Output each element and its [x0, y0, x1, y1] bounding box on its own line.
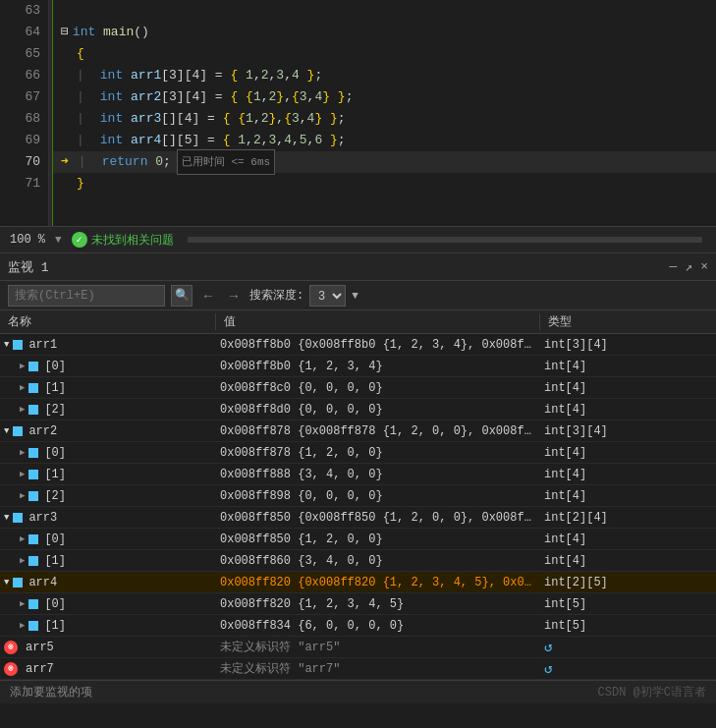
arr4-1-name: [1]	[44, 619, 66, 633]
line-num-67: 67	[8, 86, 40, 108]
watch-row-arr1-2[interactable]: ▶ [2] 0x008ff8d0 {0, 0, 0, 0} int[4]	[0, 399, 716, 420]
watch-table-body: ▼ arr1 0x008ff8b0 {0x008ff8b0 {1, 2, 3, …	[0, 334, 716, 680]
watch-row-arr1-0[interactable]: ▶ [0] 0x008ff8b0 {1, 2, 3, 4} int[4]	[0, 356, 716, 377]
arr1-0-cube-icon	[28, 362, 38, 371]
indent-guide-67a: |	[77, 86, 84, 108]
keyword-int-68: int	[100, 108, 123, 130]
arr3-1-value: 0x008ff860 {3, 4, 0, 0}	[216, 554, 540, 568]
arr3-1-name-cell: ▶ [1]	[0, 554, 216, 568]
watch-row-arr3-1[interactable]: ▶ [1] 0x008ff860 {3, 4, 0, 0} int[4]	[0, 550, 716, 572]
arr1-2-name: [2]	[44, 403, 66, 417]
arr2-name: arr2	[28, 424, 57, 438]
arr7-refresh-icon[interactable]: ↺	[540, 660, 716, 677]
arr1-1-name-cell: ▶ [1]	[0, 381, 216, 395]
arr1-1-name: [1]	[44, 381, 66, 395]
time-hint: 已用时间 <= 6ms	[177, 149, 275, 175]
arr3-cube-icon	[13, 513, 23, 523]
keyword-return-70: return	[102, 151, 148, 173]
status-text: 未找到相关问题	[91, 232, 174, 249]
col-name-header: 名称	[0, 313, 216, 330]
watch-row-arr5[interactable]: ⊗ arr5 未定义标识符 "arr5" ↺	[0, 637, 716, 658]
func-name-64: main	[103, 22, 134, 43]
arr4-1-type: int[5]	[540, 619, 716, 633]
arr1-1-type: int[4]	[540, 381, 716, 395]
arr1-1-expand-icon: ▶	[20, 382, 25, 393]
watch-close-icon[interactable]: ×	[700, 259, 708, 274]
code-line-66: | int arr1[3][4] = { 1,2,3,4 };	[53, 65, 716, 86]
arr4-name: arr4	[28, 576, 57, 589]
watch-row-arr7[interactable]: ⊗ arr7 未定义标识符 "arr7" ↺	[0, 658, 716, 680]
arr3-value: 0x008ff850 {0x008ff850 {1, 2, 0, 0}, 0x0…	[216, 511, 540, 525]
arr7-name-cell: ⊗ arr7	[0, 662, 216, 676]
arr5-value: 未定义标识符 "arr5"	[216, 639, 540, 655]
watch-search-input[interactable]	[8, 285, 165, 307]
watch-pin-icon[interactable]: —	[670, 259, 678, 274]
arr2-expand-icon: ▼	[4, 426, 9, 436]
nav-fwd-button[interactable]: →	[224, 288, 244, 304]
close-brace-71: }	[77, 173, 84, 195]
watch-row-arr2[interactable]: ▼ arr2 0x008ff878 {0x008ff878 {1, 2, 0, …	[0, 420, 716, 442]
watch-row-arr2-1[interactable]: ▶ [1] 0x008ff888 {3, 4, 0, 0} int[4]	[0, 464, 716, 485]
keyword-int-66: int	[100, 65, 123, 86]
arr4-1-name-cell: ▶ [1]	[0, 619, 216, 633]
arr4-type: int[2][5]	[540, 576, 716, 589]
watch-row-arr3-0[interactable]: ▶ [0] 0x008ff850 {1, 2, 0, 0} int[4]	[0, 529, 716, 550]
watch-row-arr4-0[interactable]: ▶ [0] 0x008ff820 {1, 2, 3, 4, 5} int[5]	[0, 593, 716, 615]
arr2-2-name: [2]	[44, 489, 66, 503]
arr3-name-cell: ▼ arr3	[0, 511, 216, 525]
code-rest-69: arr4[][5] = { 1,2,3,4,5,6 };	[123, 130, 345, 151]
code-rest-66: arr1[3][4] = { 1,2,3,4 };	[123, 65, 322, 86]
watch-row-arr3[interactable]: ▼ arr3 0x008ff850 {0x008ff850 {1, 2, 0, …	[0, 507, 716, 529]
arr2-1-expand-icon: ▶	[20, 469, 25, 479]
arr1-2-value: 0x008ff8d0 {0, 0, 0, 0}	[216, 403, 540, 417]
watch-row-arr1-1[interactable]: ▶ [1] 0x008ff8c0 {0, 0, 0, 0} int[4]	[0, 377, 716, 399]
arr2-0-value: 0x008ff878 {1, 2, 0, 0}	[216, 446, 540, 460]
watch-row-arr2-0[interactable]: ▶ [0] 0x008ff878 {1, 2, 0, 0} int[4]	[0, 442, 716, 464]
editor-status-bar: 100 % ▼ ✓ 未找到相关问题	[0, 226, 716, 253]
depth-select[interactable]: 3 1 2 4 5	[309, 285, 346, 307]
code-line-67: | int arr2[3][4] = { {1,2},{3,4} };	[53, 86, 716, 108]
arr5-name: arr5	[26, 641, 54, 654]
keyword-int-67: int	[100, 86, 123, 108]
no-issues-status: ✓ 未找到相关问题	[72, 232, 174, 249]
line-num-65: 65	[8, 43, 40, 65]
arr3-1-type: int[4]	[540, 554, 716, 568]
code-line-69: | int arr4[][5] = { 1,2,3,4,5,6 };	[53, 130, 716, 151]
arr5-error-icon: ⊗	[4, 641, 18, 654]
depth-label: 搜索深度:	[249, 287, 303, 304]
watch-row-arr2-2[interactable]: ▶ [2] 0x008ff898 {0, 0, 0, 0} int[4]	[0, 485, 716, 507]
line-num-64: 64	[8, 22, 40, 43]
code-line-65: {	[53, 43, 716, 65]
add-watch-button[interactable]: 添加要监视的项	[10, 684, 92, 700]
arr1-0-type: int[4]	[540, 360, 716, 373]
watch-header: 监视 1 — ↗ ×	[0, 253, 716, 281]
arrow-indicator: ➜	[61, 151, 69, 173]
arr4-1-expand-icon: ▶	[20, 620, 25, 631]
watch-float-icon[interactable]: ↗	[685, 259, 692, 275]
collapse-icon-64: ⊟	[61, 22, 69, 43]
watch-row-arr4[interactable]: ▼ arr4 0x008ff820 {0x008ff820 {1, 2, 3, …	[0, 572, 716, 593]
nav-back-button[interactable]: ←	[198, 288, 218, 304]
arr5-refresh-icon[interactable]: ↺	[540, 639, 716, 655]
keyword-int-69: int	[100, 130, 123, 151]
arr2-name-cell: ▼ arr2	[0, 424, 216, 438]
indent-guide-69a: |	[77, 130, 84, 151]
search-icon-btn[interactable]: 🔍	[171, 285, 193, 307]
arr2-1-name-cell: ▶ [1]	[0, 468, 216, 481]
csdn-watermark: CSDN @初学C语言者	[598, 684, 706, 700]
arr3-0-expand-icon: ▶	[20, 533, 25, 544]
indent-guide-68a: |	[77, 108, 84, 130]
line-num-69: 69	[8, 130, 40, 151]
arr1-0-value: 0x008ff8b0 {1, 2, 3, 4}	[216, 360, 540, 373]
code-rest-70: 0;	[147, 151, 170, 173]
space-64	[95, 22, 103, 43]
arr3-1-expand-icon: ▶	[20, 555, 25, 566]
arr3-type: int[2][4]	[540, 511, 716, 525]
watch-row-arr4-1[interactable]: ▶ [1] 0x008ff834 {6, 0, 0, 0, 0} int[5]	[0, 615, 716, 637]
line-num-70: 70	[8, 151, 40, 173]
watch-row-arr1[interactable]: ▼ arr1 0x008ff8b0 {0x008ff8b0 {1, 2, 3, …	[0, 334, 716, 356]
arr1-0-name: [0]	[44, 360, 66, 373]
watch-title: 监视 1	[8, 258, 49, 276]
arr2-1-cube-icon	[28, 470, 38, 479]
arr4-0-expand-icon: ▶	[20, 598, 25, 609]
